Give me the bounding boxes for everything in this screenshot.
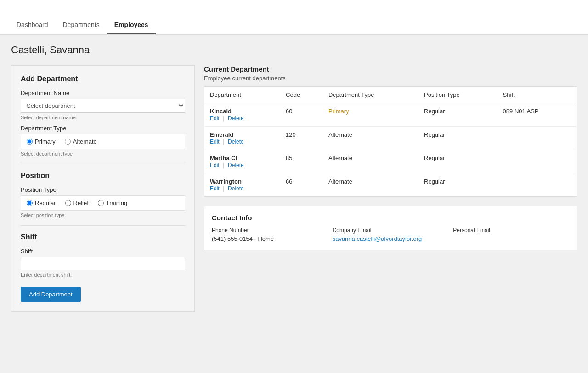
radio-primary-label: Primary (35, 138, 56, 145)
table-row: Martha Ct Edit | Delete 85 Alternate Reg… (204, 150, 577, 173)
contact-info-grid: Phone Number (541) 555-0154 - Home Compa… (212, 227, 569, 242)
shift-hint: Enter department shift. (21, 272, 185, 278)
dept-name: Martha Ct (210, 155, 275, 161)
radio-relief[interactable]: Relief (65, 200, 89, 206)
cell-position-type: Regular (418, 103, 498, 127)
col-shift: Shift (498, 87, 577, 103)
radio-regular[interactable]: Regular (27, 200, 56, 206)
department-select[interactable]: Select department (21, 99, 185, 113)
shift-section-title: Shift (21, 233, 185, 241)
department-table: Department Code Department Type Position… (204, 86, 577, 197)
col-code: Code (280, 87, 323, 103)
position-type-label: Position Type (21, 186, 185, 193)
edit-link[interactable]: Edit (210, 139, 220, 145)
page-title: Castelli, Savanna (11, 44, 577, 56)
row-actions: Edit | Delete (210, 115, 275, 122)
cell-position-type: Regular (418, 173, 498, 197)
phone-label: Phone Number (212, 227, 328, 234)
radio-primary[interactable]: Primary (27, 138, 56, 145)
right-panel: Current Department Employee current depa… (204, 65, 577, 250)
dept-name: Kincaid (210, 108, 275, 115)
add-department-button[interactable]: Add Department (21, 287, 81, 302)
action-divider: | (223, 139, 224, 145)
department-type-radio-group: Primary Alternate (21, 134, 185, 149)
divider-2 (21, 225, 185, 226)
company-email-field: Company Email savanna.castelli@alvordtay… (333, 227, 449, 242)
company-email-value[interactable]: savanna.castelli@alvordtaylor.org (333, 235, 422, 242)
cell-dept-name: Emerald Edit | Delete (204, 127, 281, 150)
radio-relief-input[interactable] (65, 200, 71, 206)
cell-shift: 089 N01 ASP (498, 103, 577, 127)
table-row: Warrington Edit | Delete 66 Alternate Re… (204, 173, 577, 197)
col-department: Department (204, 87, 281, 103)
contact-info-title: Contact Info (212, 214, 569, 222)
top-navigation: Dashboard Departments Employees (0, 0, 588, 35)
radio-alternate[interactable]: Alternate (65, 138, 97, 145)
row-actions: Edit | Delete (210, 161, 275, 168)
table-body: Kincaid Edit | Delete 60 Primary Regular… (204, 103, 577, 197)
cell-code: 85 (280, 150, 323, 173)
cell-shift (498, 173, 577, 197)
edit-link[interactable]: Edit (210, 185, 220, 192)
cell-shift (498, 127, 577, 150)
department-name-hint: Select department name. (21, 115, 185, 120)
department-name-label: Department Name (21, 89, 185, 96)
radio-regular-label: Regular (35, 200, 56, 206)
phone-field: Phone Number (541) 555-0154 - Home (212, 227, 328, 242)
edit-link[interactable]: Edit (210, 162, 220, 168)
cell-dept-name: Kincaid Edit | Delete (204, 103, 281, 127)
table-row: Emerald Edit | Delete 120 Alternate Regu… (204, 127, 577, 150)
company-email-label: Company Email (333, 227, 449, 234)
cell-dept-type: Alternate (323, 150, 418, 173)
cell-dept-name: Martha Ct Edit | Delete (204, 150, 281, 173)
cell-dept-name: Warrington Edit | Delete (204, 173, 281, 197)
cell-position-type: Regular (418, 150, 498, 173)
action-divider: | (223, 115, 224, 122)
current-department-sub: Employee current departments (204, 75, 577, 82)
add-department-panel: Add Department Department Name Select de… (11, 65, 195, 312)
radio-primary-input[interactable] (27, 139, 33, 145)
page-content: Castelli, Savanna Add Department Departm… (0, 35, 588, 321)
main-layout: Add Department Department Name Select de… (11, 65, 577, 312)
position-section-title: Position (21, 172, 185, 180)
department-type-hint: Select department type. (21, 151, 185, 156)
dept-name: Warrington (210, 178, 275, 185)
cell-dept-type: Primary (323, 103, 418, 127)
tab-employees[interactable]: Employees (107, 17, 156, 34)
cell-code: 120 (280, 127, 323, 150)
tab-dashboard[interactable]: Dashboard (9, 17, 56, 34)
cell-code: 60 (280, 103, 323, 127)
phone-value: (541) 555-0154 - Home (212, 235, 328, 242)
edit-link[interactable]: Edit (210, 115, 220, 122)
delete-link[interactable]: Delete (228, 185, 244, 192)
radio-alternate-label: Alternate (73, 138, 97, 145)
table-header-row: Department Code Department Type Position… (204, 87, 577, 103)
col-position-type: Position Type (418, 87, 498, 103)
current-department-title: Current Department (204, 65, 577, 73)
tab-departments[interactable]: Departments (56, 17, 107, 34)
cell-dept-type: Alternate (323, 127, 418, 150)
col-department-type: Department Type (323, 87, 418, 103)
delete-link[interactable]: Delete (228, 139, 244, 145)
add-department-title: Add Department (21, 75, 185, 83)
shift-label: Shift (21, 248, 185, 255)
personal-email-field: Personal Email (453, 227, 569, 242)
row-actions: Edit | Delete (210, 185, 275, 192)
delete-link[interactable]: Delete (228, 115, 244, 122)
radio-alternate-input[interactable] (65, 139, 71, 145)
cell-shift (498, 150, 577, 173)
row-actions: Edit | Delete (210, 138, 275, 145)
dept-name: Emerald (210, 131, 275, 138)
radio-relief-label: Relief (74, 200, 89, 206)
radio-regular-input[interactable] (27, 200, 33, 206)
delete-link[interactable]: Delete (228, 162, 244, 168)
current-department-section: Current Department Employee current depa… (204, 65, 577, 197)
table-head: Department Code Department Type Position… (204, 87, 577, 103)
personal-email-label: Personal Email (453, 227, 569, 234)
radio-training-input[interactable] (98, 200, 104, 206)
shift-input[interactable] (21, 257, 185, 270)
cell-dept-type: Alternate (323, 173, 418, 197)
action-divider: | (223, 185, 224, 192)
cell-position-type: Regular (418, 127, 498, 150)
radio-training[interactable]: Training (98, 200, 127, 206)
